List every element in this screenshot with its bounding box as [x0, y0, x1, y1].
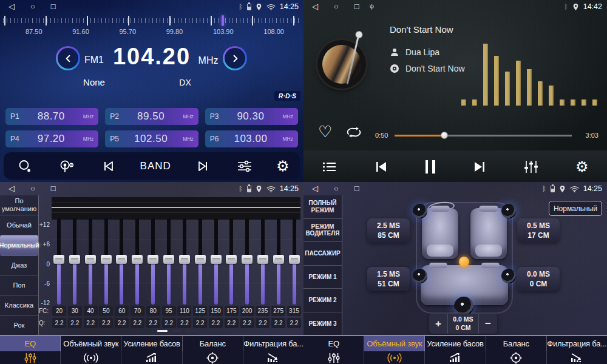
- listening-mode-item[interactable]: РЕЖИМ ВОДИТЕЛЯ: [304, 219, 342, 243]
- eq-band-slider[interactable]: [289, 217, 300, 307]
- radio-preset-button[interactable]: P2 89.50 MHz: [105, 108, 198, 125]
- eq-band-slider[interactable]: [132, 217, 143, 307]
- settings-gear-icon[interactable]: ⚙: [575, 160, 589, 174]
- broadcast-icon[interactable]: [56, 160, 77, 173]
- tab-eq[interactable]: EQ: [0, 336, 61, 351]
- surround-icon[interactable]: [364, 351, 425, 364]
- listening-mode-item[interactable]: РЕЖИМ 2: [304, 289, 342, 312]
- eq-band-slider[interactable]: [85, 217, 96, 307]
- back-icon[interactable]: ◁: [312, 182, 318, 195]
- back-icon[interactable]: ◁: [8, 182, 15, 195]
- slider-handle[interactable]: [257, 255, 268, 264]
- listening-position-dot[interactable]: [459, 257, 469, 267]
- band-button[interactable]: BAND: [140, 160, 171, 172]
- slider-handle[interactable]: [116, 255, 127, 264]
- tab-bass-boost[interactable]: Усиление басов: [121, 336, 182, 351]
- equalizer-settings-icon[interactable]: [234, 160, 255, 172]
- profile-button[interactable]: Нормальный: [549, 201, 602, 216]
- radio-preset-button[interactable]: P6 103.00 MHz: [205, 130, 298, 147]
- radio-preset-button[interactable]: P3 90.30 MHz: [205, 108, 298, 125]
- rear-right-speaker[interactable]: [501, 269, 516, 283]
- tab-balance[interactable]: Баланс: [486, 336, 547, 351]
- eq-preset-item[interactable]: Обычай: [0, 215, 38, 235]
- decrease-delay-button[interactable]: −: [479, 314, 497, 334]
- tab-bass-boost[interactable]: Усиление басов: [425, 336, 486, 351]
- tab-balance[interactable]: Баланс: [183, 336, 243, 351]
- passenger-seat[interactable]: [470, 208, 507, 259]
- tab-surround[interactable]: Объёмный звук: [61, 336, 121, 351]
- eq-band-slider[interactable]: [116, 217, 127, 307]
- slider-handle[interactable]: [132, 255, 143, 264]
- slider-handle[interactable]: [101, 255, 112, 264]
- front-left-speaker[interactable]: [413, 204, 427, 218]
- eq-band-slider[interactable]: [242, 217, 253, 307]
- home-icon[interactable]: ○: [30, 0, 35, 13]
- increase-delay-button[interactable]: +: [429, 314, 447, 334]
- next-station-icon[interactable]: [192, 160, 213, 172]
- tab-filter[interactable]: Фильтрация ба...: [243, 336, 304, 351]
- radio-preset-button[interactable]: P5 102.50 MHz: [105, 130, 198, 147]
- previous-track-icon[interactable]: [374, 161, 388, 173]
- recents-icon[interactable]: □: [354, 0, 359, 13]
- slider-handle[interactable]: [195, 255, 206, 264]
- eq-band-slider[interactable]: [195, 217, 206, 307]
- slider-handle[interactable]: [163, 255, 174, 264]
- slider-handle[interactable]: [69, 255, 80, 264]
- eq-band-slider[interactable]: [101, 217, 112, 307]
- repeat-icon[interactable]: [345, 126, 363, 138]
- eq-preset-item[interactable]: Рок: [0, 315, 38, 335]
- mixer-icon[interactable]: [524, 160, 538, 174]
- surround-icon[interactable]: [61, 351, 121, 364]
- tab-eq[interactable]: EQ: [304, 336, 364, 351]
- bass-boost-icon[interactable]: [121, 351, 182, 364]
- listening-mode-item[interactable]: РЕЖИМ 3: [304, 312, 342, 335]
- favorite-heart-icon[interactable]: ♡: [318, 123, 332, 141]
- home-icon[interactable]: ○: [30, 182, 35, 195]
- eq-band-slider[interactable]: [69, 217, 80, 307]
- progress-bar[interactable]: [395, 135, 572, 136]
- slider-handle[interactable]: [148, 255, 158, 264]
- eq-preset-item[interactable]: Поп: [0, 275, 38, 295]
- progress-knob[interactable]: [441, 132, 448, 139]
- front-right-speaker[interactable]: [501, 204, 516, 218]
- slider-handle[interactable]: [179, 255, 190, 264]
- eq-preset-item[interactable]: Классика: [0, 295, 38, 315]
- recents-icon[interactable]: □: [51, 182, 56, 195]
- filter-icon[interactable]: [547, 351, 607, 364]
- back-icon[interactable]: ◁: [8, 0, 15, 13]
- eq-sliders-icon[interactable]: [304, 351, 364, 364]
- settings-gear-icon[interactable]: ⚙: [276, 159, 290, 174]
- listening-mode-item[interactable]: РЕЖИМ 1: [304, 266, 342, 289]
- filter-icon[interactable]: [243, 351, 304, 364]
- eq-band-slider[interactable]: [211, 217, 222, 307]
- balance-icon[interactable]: [183, 351, 243, 364]
- recents-icon[interactable]: □: [51, 0, 56, 13]
- eq-preset-item[interactable]: По умолчанию: [0, 195, 38, 215]
- eq-band-slider[interactable]: [257, 217, 268, 307]
- tab-surround[interactable]: Объёмный звук: [364, 336, 425, 351]
- home-icon[interactable]: ○: [334, 0, 339, 13]
- tab-filter[interactable]: Фильтрация ба...: [547, 336, 607, 351]
- next-track-icon[interactable]: [472, 161, 487, 173]
- radio-preset-button[interactable]: P4 97.20 MHz: [5, 130, 98, 147]
- home-icon[interactable]: ○: [334, 182, 339, 195]
- driver-seat[interactable]: [422, 208, 458, 259]
- search-icon[interactable]: [15, 160, 35, 173]
- slider-handle[interactable]: [242, 255, 253, 264]
- balance-icon[interactable]: [486, 351, 547, 364]
- tuner-scale[interactable]: 87.5091.6095.7099.80103.90108.00: [0, 15, 304, 38]
- eq-band-slider[interactable]: [148, 217, 158, 307]
- eq-band-slider[interactable]: [53, 217, 64, 307]
- recents-icon[interactable]: □: [354, 182, 359, 195]
- slider-handle[interactable]: [273, 255, 284, 264]
- slider-handle[interactable]: [211, 255, 222, 264]
- pause-icon[interactable]: [426, 160, 435, 174]
- eq-band-slider[interactable]: [273, 217, 284, 307]
- slider-handle[interactable]: [53, 255, 64, 264]
- bass-boost-icon[interactable]: [425, 351, 486, 364]
- slider-handle[interactable]: [226, 255, 237, 264]
- eq-sliders-icon[interactable]: [0, 351, 61, 364]
- eq-preset-item[interactable]: Нормальный: [0, 235, 38, 255]
- eq-preset-item[interactable]: Джаз: [0, 255, 38, 275]
- eq-band-slider[interactable]: [226, 217, 237, 307]
